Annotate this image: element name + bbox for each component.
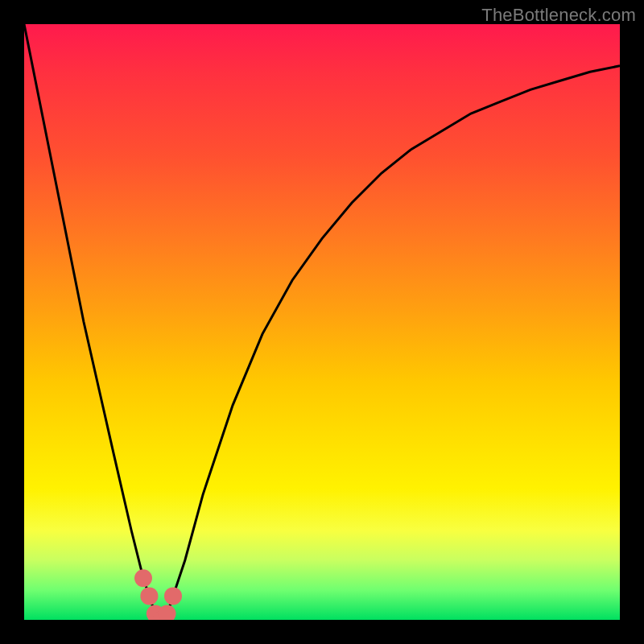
marker-dot	[134, 569, 152, 587]
plot-area	[24, 24, 620, 620]
highlight-markers	[134, 569, 182, 620]
watermark-text: TheBottleneck.com	[481, 5, 636, 26]
chart-frame: TheBottleneck.com	[0, 0, 644, 644]
marker-dot	[140, 587, 158, 605]
bottleneck-curve	[24, 24, 620, 620]
marker-dot	[164, 587, 182, 605]
curve-svg	[24, 24, 620, 620]
